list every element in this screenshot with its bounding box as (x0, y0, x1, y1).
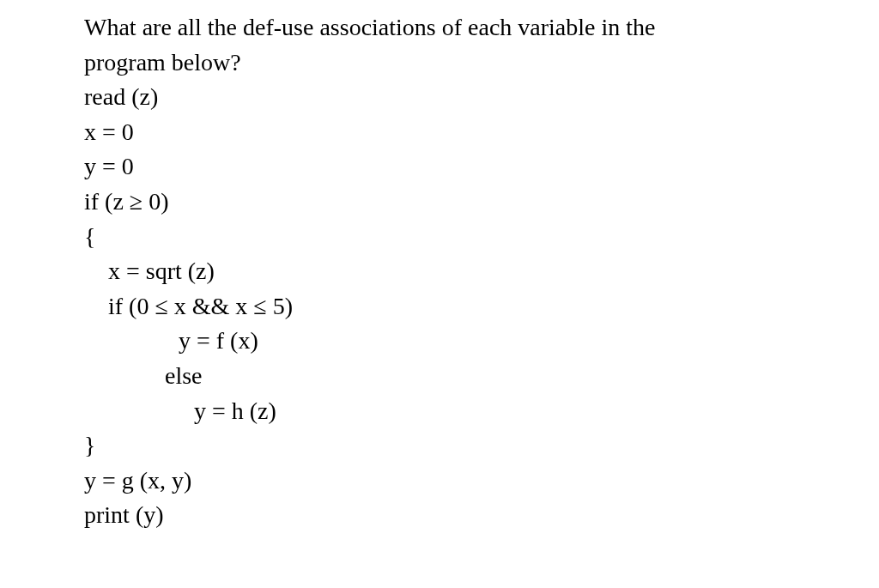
code-line-print: print (y) (84, 498, 879, 533)
code-line-read: read (z) (84, 80, 879, 115)
code-line-close-brace: } (84, 428, 879, 464)
code-line-x-sqrt: x = sqrt (z) (84, 254, 879, 289)
question-line-1: What are all the def-use associations of… (84, 10, 879, 45)
question-line-2: program below? (84, 45, 879, 81)
code-line-else: else (84, 359, 879, 394)
code-line-y-hz: y = h (z) (84, 394, 879, 429)
code-line-if-x: if (0 ≤ x && x ≤ 5) (84, 289, 879, 324)
code-line-if-z: if (z ≥ 0) (84, 185, 879, 220)
document-content: What are all the def-use associations of… (84, 10, 879, 533)
code-line-open-brace: { (84, 220, 879, 255)
code-line-y-assign: y = 0 (84, 149, 879, 185)
code-line-y-gxy: y = g (x, y) (84, 464, 879, 499)
code-line-y-fx: y = f (x) (84, 324, 879, 359)
code-line-x-assign: x = 0 (84, 115, 879, 150)
